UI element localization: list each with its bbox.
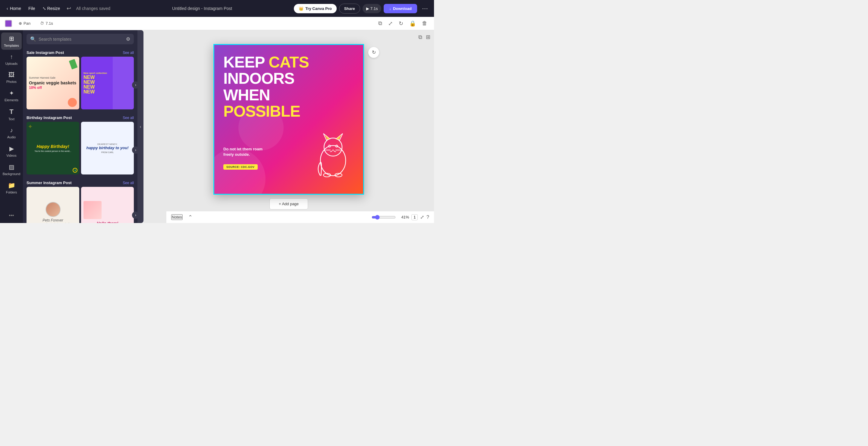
search-icon: 🔍 (30, 36, 36, 42)
birthday-see-all-button[interactable]: See all (123, 116, 134, 120)
sale-template-grid: Summer Harvest Sale Organic veggie baske… (23, 57, 137, 113)
zoom-percentage: 41% (398, 215, 409, 219)
fit-to-screen-button[interactable]: ⤢ (420, 214, 424, 220)
template-thumb-bday-2: DEAREST MINDY, happy birthday to you! FR… (81, 122, 134, 174)
svg-marker-4 (324, 135, 330, 139)
sale-chevron-right[interactable]: › (132, 82, 137, 89)
play-button[interactable]: ▶ 7.1s (363, 4, 381, 13)
videos-icon: ▶ (9, 145, 14, 152)
background-icon: ▨ (9, 163, 14, 170)
svg-point-1 (324, 138, 342, 156)
color-swatch[interactable] (5, 20, 12, 27)
search-input[interactable] (38, 37, 124, 41)
fit-icon: ⤢ (420, 215, 424, 220)
pan-icon: ⊕ (19, 21, 22, 26)
resize-button[interactable]: ⤡ Resize (39, 4, 63, 13)
plus-icon: + (279, 201, 281, 206)
template-thumb-sale-1: Summer Harvest Sale Organic veggie baske… (27, 57, 79, 109)
expand-icon: ⤢ (388, 21, 393, 27)
pan-tool-button[interactable]: ⊕ Pan (16, 20, 33, 27)
sidebar-item-uploads[interactable]: ↑ Uploads (1, 51, 22, 68)
template-item[interactable]: New sport collection NEWNEWNEWNEW (81, 57, 134, 109)
svg-marker-10 (332, 149, 334, 151)
chevron-left-icon: ‹ (7, 6, 8, 11)
summer-chevron-right[interactable]: › (132, 212, 137, 219)
document-title: Untitled design - Instagram Post (113, 6, 291, 11)
summer-see-all-button[interactable]: See all (123, 181, 134, 185)
notes-button[interactable]: Notes (171, 214, 183, 220)
folders-icon: 📁 (8, 182, 16, 189)
sidebar-item-templates[interactable]: ⊞ Templates (1, 33, 22, 50)
hide-notes-button[interactable]: ⌃ (186, 213, 194, 222)
sidebar-item-photos[interactable]: 🖼 Photos (1, 69, 22, 86)
birthday-section-title: Birthday Instagram Post (27, 116, 72, 120)
canvas-area: ⧉ ⊞ KEEP CATS INDOORS WHEN POSSIBLE (144, 30, 434, 223)
crown-icon: 👑 (299, 6, 304, 11)
duplicate-page-button[interactable]: ⧉ (417, 33, 424, 41)
home-label: Home (10, 6, 21, 11)
undo-button[interactable]: ↩ (64, 4, 73, 13)
file-button[interactable]: File (25, 4, 38, 13)
search-bar: 🔍 ⚙ (23, 30, 137, 48)
template-item[interactable]: Happy Birthday! You're the coolest perso… (27, 122, 79, 174)
resize-icon: ⤡ (42, 6, 46, 11)
try-pro-button[interactable]: 👑 Try Canva Pro (294, 4, 336, 13)
rotate-button[interactable]: ↻ (397, 19, 405, 28)
summer-section-header: Summer Instagram Post See all (23, 178, 137, 187)
template-item[interactable]: Pets Forever we care, our friends who lo… (27, 187, 79, 223)
left-sidebar: ⊞ Templates ↑ Uploads 🖼 Photos ✦ Element… (0, 30, 23, 223)
add-page-button[interactable]: + Add page (270, 198, 308, 210)
uploads-icon: ↑ (10, 53, 13, 60)
expand-button[interactable]: ⤢ (386, 19, 395, 28)
svg-point-9 (337, 145, 338, 146)
sidebar-item-videos[interactable]: ▶ Videos (1, 142, 22, 160)
download-button[interactable]: ↓ Download (384, 4, 417, 13)
more-icon: ⋯ (422, 5, 428, 12)
canvas-cat-illustration (315, 130, 357, 185)
template-item[interactable]: Summer Harvest Sale Organic veggie baske… (27, 57, 79, 109)
sale-section-title: Sale Instagram Post (27, 50, 64, 55)
canvas-wrap: KEEP CATS INDOORS WHEN POSSIBLE (144, 30, 434, 223)
zoom-controls: 41% 1 ⤢ ? (372, 214, 429, 220)
design-canvas[interactable]: KEEP CATS INDOORS WHEN POSSIBLE (213, 44, 364, 195)
copy-frame-button[interactable]: ⧉ (376, 19, 384, 28)
photos-icon: 🖼 (8, 71, 14, 78)
filter-button[interactable]: ⚙ (126, 36, 130, 42)
source-badge: SOURCE: CDC.GOV (223, 164, 258, 170)
hide-panel-button[interactable]: ‹ (137, 30, 144, 223)
birthday-section-header: Birthday Instagram Post See all (23, 113, 137, 122)
rotate-icon: ↻ (399, 21, 403, 27)
trash-icon: 🗑 (422, 20, 427, 26)
help-button[interactable]: ? (427, 215, 429, 220)
help-icon: ? (427, 215, 429, 220)
page-number-badge: 1 (411, 214, 418, 220)
sidebar-item-text[interactable]: T Text (1, 105, 22, 123)
canvas-rotate-button[interactable]: ↻ (368, 47, 379, 58)
sidebar-item-elements[interactable]: ✦ Elements (1, 87, 22, 104)
canvas-subtext: Do not let them roamfreely outside. (223, 147, 262, 157)
template-item[interactable]: DEAREST MINDY, happy birthday to you! FR… (81, 122, 134, 174)
template-item[interactable]: Hello there! (81, 187, 134, 223)
delete-button[interactable]: 🗑 (420, 19, 429, 28)
sub-toolbar: ⊕ Pan ⏱ 7.1s ⧉ ⤢ ↻ 🔒 🗑 (0, 17, 434, 30)
birthday-template-grid: Happy Birthday! You're the coolest perso… (23, 122, 137, 178)
sidebar-item-background[interactable]: ▨ Background (1, 161, 22, 178)
birthday-chevron-right[interactable]: › (132, 147, 137, 154)
share-button[interactable]: Share (339, 4, 360, 13)
sale-see-all-button[interactable]: See all (123, 51, 134, 55)
timer-icon: ⏱ (40, 21, 44, 26)
sidebar-more[interactable]: ••• (9, 213, 14, 221)
sidebar-item-folders[interactable]: 📁 Folders (1, 179, 22, 196)
add-page-button[interactable]: ⊞ (425, 33, 432, 41)
sale-section-header: Sale Instagram Post See all (23, 48, 137, 57)
sidebar-item-audio[interactable]: ♪ Audio (1, 124, 22, 141)
filter-icon: ⚙ (126, 36, 130, 41)
undo-icon: ↩ (67, 5, 71, 11)
timer-button[interactable]: ⏱ 7.1s (37, 20, 56, 27)
more-options-button[interactable]: ⋯ (420, 4, 430, 13)
svg-marker-5 (336, 135, 341, 139)
play-icon: ▶ (366, 6, 369, 11)
zoom-slider[interactable] (372, 215, 396, 220)
home-button[interactable]: ‹ Home (4, 4, 24, 13)
lock-button[interactable]: 🔒 (407, 19, 418, 28)
